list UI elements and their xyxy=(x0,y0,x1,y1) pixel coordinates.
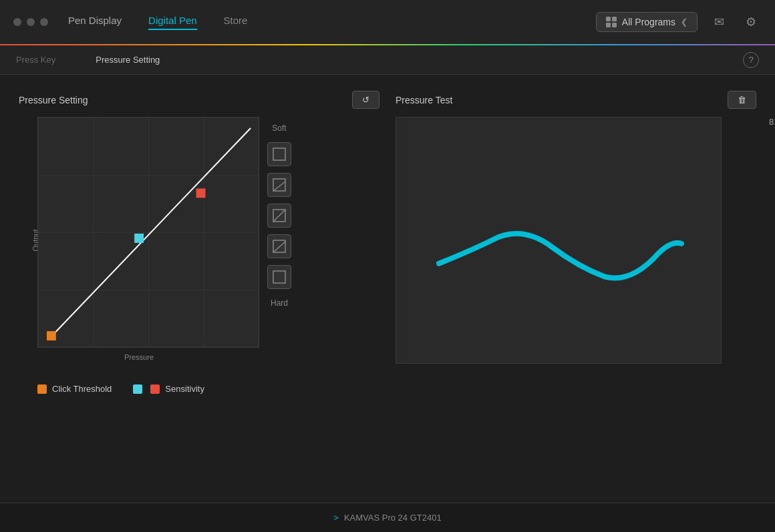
preset-5-icon xyxy=(272,270,287,284)
delete-button[interactable]: 🗑 xyxy=(728,91,756,109)
legend-dot-orange xyxy=(37,384,47,394)
all-programs-label: All Programs xyxy=(622,17,675,27)
panels-row: Pressure Setting ↺ Output xyxy=(19,91,756,364)
svg-line-10 xyxy=(273,242,285,252)
graph-container: Output xyxy=(19,117,259,364)
sensitivity-point-1 xyxy=(134,234,144,243)
test-curve-svg xyxy=(396,117,721,363)
reset-icon: ↺ xyxy=(362,95,369,105)
legend-sensitivity-label: Sensitivity xyxy=(165,384,204,394)
graph-canvas[interactable] xyxy=(37,117,259,348)
chevron-right-icon: ❮ xyxy=(681,17,687,27)
legend-dot-red xyxy=(150,384,160,394)
svg-line-8 xyxy=(273,210,285,222)
preset-2-button[interactable] xyxy=(267,173,291,197)
maximize-button[interactable] xyxy=(40,18,48,26)
preset-4-icon xyxy=(272,239,287,254)
title-bar: Pen Display Digital Pen Store All Progra… xyxy=(0,0,775,45)
svg-rect-11 xyxy=(273,271,285,283)
graph-area: Output xyxy=(19,117,379,364)
grid-icon xyxy=(606,17,617,27)
help-button[interactable]: ? xyxy=(743,52,759,68)
main-content: Pressure Setting ↺ Output xyxy=(0,75,775,410)
svg-rect-4 xyxy=(273,148,285,160)
tab-press-key[interactable]: Press Key xyxy=(16,55,55,65)
preset-4-button[interactable] xyxy=(267,234,291,258)
tab-pressure-setting[interactable]: Pressure Setting xyxy=(96,55,160,65)
soft-label: Soft xyxy=(272,123,286,133)
reset-button[interactable]: ↺ xyxy=(352,91,379,109)
test-canvas[interactable] xyxy=(396,117,722,364)
footer-chevron-icon: > xyxy=(333,513,339,523)
pressure-test-panel: Pressure Test 🗑 8191 0 xyxy=(396,91,756,364)
pressure-test-header: Pressure Test 🗑 xyxy=(396,91,756,109)
trash-icon: 🗑 xyxy=(738,95,746,105)
pressure-value-high: 8191 xyxy=(769,117,775,127)
preset-1-button[interactable] xyxy=(267,142,291,166)
click-threshold-point xyxy=(47,331,56,340)
footer-device-label: KAMVAS Pro 24 GT2401 xyxy=(344,513,442,523)
legend-click-threshold-label: Click Threshold xyxy=(52,384,112,394)
settings-button[interactable]: ⚙ xyxy=(740,11,762,33)
pressure-setting-panel: Pressure Setting ↺ Output xyxy=(19,91,379,364)
minimize-button[interactable] xyxy=(27,18,35,26)
tab-store[interactable]: Store xyxy=(224,15,248,30)
preset-1-icon xyxy=(272,147,287,162)
tab-digital-pen[interactable]: Digital Pen xyxy=(148,15,197,30)
legend-dot-teal xyxy=(133,384,142,394)
hard-label: Hard xyxy=(271,298,288,308)
main-nav: Pen Display Digital Pen Store xyxy=(68,15,247,30)
pressure-setting-title: Pressure Setting xyxy=(19,95,88,105)
all-programs-button[interactable]: All Programs ❮ xyxy=(596,12,698,32)
preset-2-icon xyxy=(272,178,287,192)
legend-sensitivity: Sensitivity xyxy=(133,384,204,394)
tab-pen-display[interactable]: Pen Display xyxy=(68,15,122,30)
svg-rect-0 xyxy=(38,117,259,347)
sensitivity-point-2 xyxy=(196,188,206,198)
x-axis-label: Pressure xyxy=(124,353,154,361)
header-right: All Programs ❮ ✉ ⚙ xyxy=(596,11,762,33)
pressure-curve-svg xyxy=(38,117,259,347)
mail-button[interactable]: ✉ xyxy=(708,11,730,33)
traffic-lights xyxy=(13,18,48,26)
svg-line-6 xyxy=(273,182,285,191)
legend: Click Threshold Sensitivity xyxy=(19,384,756,394)
test-panel-wrapper: 8191 0 xyxy=(396,117,756,364)
pressure-test-title: Pressure Test xyxy=(396,95,452,105)
sub-header: Press Key Pressure Setting ? xyxy=(0,45,775,75)
legend-click-threshold: Click Threshold xyxy=(37,384,112,394)
preset-3-icon xyxy=(272,208,287,223)
preset-5-button[interactable] xyxy=(267,265,291,289)
footer: > KAMVAS Pro 24 GT2401 xyxy=(0,503,775,532)
close-button[interactable] xyxy=(13,18,21,26)
pressure-setting-header: Pressure Setting ↺ xyxy=(19,91,379,109)
preset-3-button[interactable] xyxy=(267,204,291,228)
